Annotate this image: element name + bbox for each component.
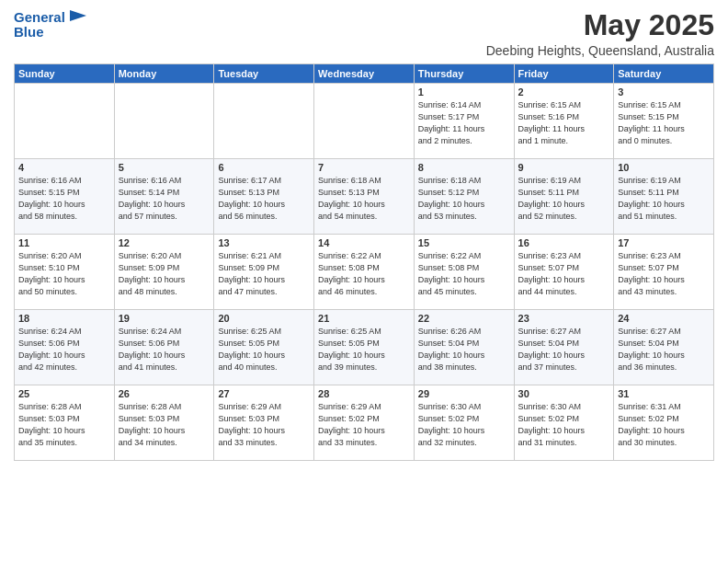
day-info: Sunrise: 6:23 AMSunset: 5:07 PMDaylight:… [518,250,610,298]
day-info: Sunrise: 6:28 AMSunset: 5:03 PMDaylight:… [119,401,210,449]
table-cell: 7Sunrise: 6:18 AMSunset: 5:13 PMDaylight… [314,159,415,235]
day-info: Sunrise: 6:16 AMSunset: 5:14 PMDaylight:… [119,175,210,223]
table-cell: 27Sunrise: 6:29 AMSunset: 5:03 PMDayligh… [214,385,314,461]
day-info: Sunrise: 6:26 AMSunset: 5:04 PMDaylight:… [418,326,510,373]
col-thursday: Thursday [414,64,514,84]
table-cell: 26Sunrise: 6:28 AMSunset: 5:03 PMDayligh… [114,385,214,461]
day-info: Sunrise: 6:30 AMSunset: 5:02 PMDaylight:… [418,401,510,449]
calendar-header-row: Sunday Monday Tuesday Wednesday Thursday… [15,64,714,84]
day-number: 18 [18,313,110,324]
table-cell: 31Sunrise: 6:31 AMSunset: 5:02 PMDayligh… [614,385,714,461]
title-block: May 2025 Deebing Heights, Queensland, Au… [486,9,714,58]
week-row-2: 4Sunrise: 6:16 AMSunset: 5:15 PMDaylight… [15,159,714,235]
day-number: 19 [119,313,210,324]
day-info: Sunrise: 6:18 AMSunset: 5:13 PMDaylight:… [318,175,410,223]
table-cell: 1Sunrise: 6:14 AMSunset: 5:17 PMDaylight… [414,84,514,159]
week-row-4: 18Sunrise: 6:24 AMSunset: 5:06 PMDayligh… [15,310,714,385]
day-number: 23 [518,313,610,324]
day-info: Sunrise: 6:29 AMSunset: 5:03 PMDaylight:… [218,401,310,449]
day-number: 17 [618,237,710,248]
day-number: 21 [318,313,410,324]
table-cell: 10Sunrise: 6:19 AMSunset: 5:11 PMDayligh… [614,159,714,235]
col-friday: Friday [514,64,614,84]
day-number: 9 [518,162,610,173]
table-cell: 25Sunrise: 6:28 AMSunset: 5:03 PMDayligh… [15,385,115,461]
table-cell: 15Sunrise: 6:22 AMSunset: 5:08 PMDayligh… [414,235,514,310]
day-number: 4 [18,162,110,173]
day-info: Sunrise: 6:28 AMSunset: 5:03 PMDaylight:… [18,401,110,449]
table-cell: 13Sunrise: 6:21 AMSunset: 5:09 PMDayligh… [214,235,314,310]
table-cell: 21Sunrise: 6:25 AMSunset: 5:05 PMDayligh… [314,310,415,385]
day-info: Sunrise: 6:24 AMSunset: 5:06 PMDaylight:… [18,326,110,373]
week-row-5: 25Sunrise: 6:28 AMSunset: 5:03 PMDayligh… [15,385,714,461]
day-info: Sunrise: 6:22 AMSunset: 5:08 PMDaylight:… [318,250,410,298]
col-sunday: Sunday [15,64,115,84]
table-cell: 8Sunrise: 6:18 AMSunset: 5:12 PMDaylight… [414,159,514,235]
day-info: Sunrise: 6:27 AMSunset: 5:04 PMDaylight:… [618,326,710,373]
day-number: 27 [218,388,310,399]
day-info: Sunrise: 6:20 AMSunset: 5:09 PMDaylight:… [119,250,210,298]
table-cell: 12Sunrise: 6:20 AMSunset: 5:09 PMDayligh… [114,235,214,310]
table-cell: 9Sunrise: 6:19 AMSunset: 5:11 PMDaylight… [514,159,614,235]
day-number: 7 [318,162,410,173]
day-info: Sunrise: 6:17 AMSunset: 5:13 PMDaylight:… [218,175,310,223]
day-number: 15 [418,237,510,248]
day-info: Sunrise: 6:15 AMSunset: 5:15 PMDaylight:… [618,99,710,147]
table-cell: 2Sunrise: 6:15 AMSunset: 5:16 PMDaylight… [514,84,614,159]
day-number: 8 [418,162,510,173]
day-info: Sunrise: 6:29 AMSunset: 5:02 PMDaylight:… [318,401,410,449]
day-info: Sunrise: 6:18 AMSunset: 5:12 PMDaylight:… [418,175,510,223]
day-info: Sunrise: 6:16 AMSunset: 5:15 PMDaylight:… [18,175,110,223]
table-cell: 24Sunrise: 6:27 AMSunset: 5:04 PMDayligh… [614,310,714,385]
logo-flag-icon [68,8,88,25]
table-cell: 4Sunrise: 6:16 AMSunset: 5:15 PMDaylight… [15,159,115,235]
table-cell: 14Sunrise: 6:22 AMSunset: 5:08 PMDayligh… [314,235,415,310]
svg-marker-0 [70,10,86,21]
table-cell: 28Sunrise: 6:29 AMSunset: 5:02 PMDayligh… [314,385,415,461]
day-info: Sunrise: 6:20 AMSunset: 5:10 PMDaylight:… [18,250,110,298]
day-number: 11 [18,237,110,248]
day-number: 31 [618,388,710,399]
table-cell: 20Sunrise: 6:25 AMSunset: 5:05 PMDayligh… [214,310,314,385]
day-info: Sunrise: 6:19 AMSunset: 5:11 PMDaylight:… [518,175,610,223]
header: General Blue May 2025 Deebing Heights, Q… [14,9,714,58]
day-info: Sunrise: 6:31 AMSunset: 5:02 PMDaylight:… [618,401,710,449]
day-number: 22 [418,313,510,324]
week-row-1: 1Sunrise: 6:14 AMSunset: 5:17 PMDaylight… [15,84,714,159]
day-info: Sunrise: 6:22 AMSunset: 5:08 PMDaylight:… [418,250,510,298]
table-cell: 23Sunrise: 6:27 AMSunset: 5:04 PMDayligh… [514,310,614,385]
day-number: 10 [618,162,710,173]
day-number: 25 [18,388,110,399]
day-number: 16 [518,237,610,248]
day-number: 5 [119,162,210,173]
subtitle: Deebing Heights, Queensland, Australia [486,43,714,58]
day-info: Sunrise: 6:24 AMSunset: 5:06 PMDaylight:… [119,326,210,373]
col-saturday: Saturday [614,64,714,84]
day-number: 24 [618,313,710,324]
day-number: 14 [318,237,410,248]
day-info: Sunrise: 6:21 AMSunset: 5:09 PMDaylight:… [218,250,310,298]
table-cell: 29Sunrise: 6:30 AMSunset: 5:02 PMDayligh… [414,385,514,461]
day-number: 1 [418,86,510,98]
day-info: Sunrise: 6:27 AMSunset: 5:04 PMDaylight:… [518,326,610,373]
table-cell [15,84,115,159]
col-tuesday: Tuesday [214,64,314,84]
table-cell: 5Sunrise: 6:16 AMSunset: 5:14 PMDaylight… [114,159,214,235]
table-cell: 22Sunrise: 6:26 AMSunset: 5:04 PMDayligh… [414,310,514,385]
col-wednesday: Wednesday [314,64,415,84]
table-cell: 11Sunrise: 6:20 AMSunset: 5:10 PMDayligh… [15,235,115,310]
day-number: 3 [618,86,710,98]
day-info: Sunrise: 6:19 AMSunset: 5:11 PMDaylight:… [618,175,710,223]
day-info: Sunrise: 6:25 AMSunset: 5:05 PMDaylight:… [218,326,310,373]
logo-text-blue: Blue [14,24,44,40]
day-number: 28 [318,388,410,399]
table-cell: 19Sunrise: 6:24 AMSunset: 5:06 PMDayligh… [114,310,214,385]
col-monday: Monday [114,64,214,84]
table-cell [214,84,314,159]
day-info: Sunrise: 6:15 AMSunset: 5:16 PMDaylight:… [518,99,610,147]
day-number: 26 [119,388,210,399]
day-number: 29 [418,388,510,399]
table-cell: 6Sunrise: 6:17 AMSunset: 5:13 PMDaylight… [214,159,314,235]
day-info: Sunrise: 6:30 AMSunset: 5:02 PMDaylight:… [518,401,610,449]
day-number: 2 [518,86,610,98]
